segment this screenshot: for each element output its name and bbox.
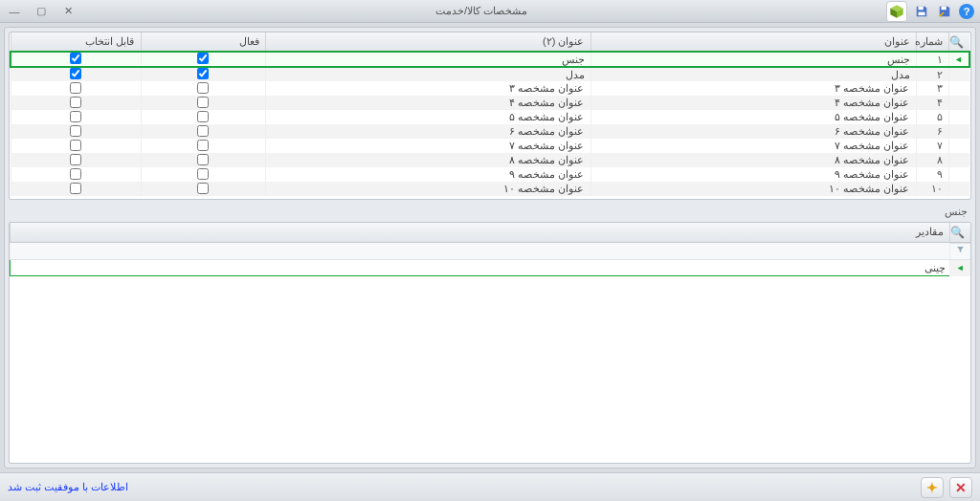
- active-checkbox[interactable]: [197, 125, 209, 137]
- selectable-checkbox[interactable]: [70, 140, 81, 151]
- col-selectable[interactable]: قابل انتخاب: [11, 33, 141, 52]
- table-row[interactable]: ۶عنوان مشخصه ۶عنوان مشخصه ۶: [11, 124, 969, 139]
- search-column-icon[interactable]: 🔍: [948, 33, 969, 52]
- value-cell-selected[interactable]: چینی: [11, 260, 950, 276]
- cell-title1: عنوان مشخصه ۳: [590, 81, 916, 96]
- active-checkbox[interactable]: [197, 68, 209, 79]
- save-icon[interactable]: [913, 3, 930, 20]
- cell-selectable: [11, 52, 141, 67]
- row-handle-icon[interactable]: [948, 139, 969, 153]
- cell-title2: عنوان مشخصه ۱۰: [265, 182, 590, 196]
- values-row[interactable]: ◄ چینی: [11, 260, 971, 276]
- active-checkbox[interactable]: [197, 111, 209, 122]
- selectable-checkbox[interactable]: [70, 82, 81, 94]
- cell-active: [141, 96, 265, 110]
- selectable-checkbox[interactable]: [70, 68, 81, 79]
- cell-title1: عنوان مشخصه ۵: [590, 110, 916, 124]
- table-row[interactable]: ۵عنوان مشخصه ۵عنوان مشخصه ۵: [11, 110, 969, 124]
- help-icon[interactable]: ?: [959, 4, 974, 19]
- cell-title2: مدل: [265, 67, 590, 81]
- row-handle-icon[interactable]: ◄: [948, 52, 969, 67]
- active-checkbox[interactable]: [197, 53, 209, 64]
- table-row[interactable]: ۱۰عنوان مشخصه ۱۰عنوان مشخصه ۱۰: [11, 182, 969, 196]
- filter-icon[interactable]: [949, 243, 970, 260]
- cell-title2: عنوان مشخصه ۹: [265, 167, 590, 182]
- table-row[interactable]: ۴عنوان مشخصه ۴عنوان مشخصه ۴: [11, 96, 969, 110]
- app-logo-icon: [886, 1, 907, 22]
- titlebar: ? مشخصات کالا/خدمت — ▢ ✕: [0, 0, 980, 23]
- delete-button[interactable]: ✕: [949, 477, 972, 498]
- selectable-checkbox[interactable]: [70, 125, 81, 137]
- cell-active: [141, 124, 265, 139]
- cell-title2: جنس: [265, 52, 590, 67]
- values-search-icon[interactable]: 🔍: [949, 223, 970, 242]
- table-row[interactable]: ۸عنوان مشخصه ۸عنوان مشخصه ۸: [11, 153, 969, 167]
- cell-title1: عنوان مشخصه ۶: [590, 124, 916, 139]
- cell-title2: عنوان مشخصه ۴: [265, 96, 590, 110]
- maximize-icon[interactable]: ▢: [33, 3, 50, 20]
- cell-number: ۴: [916, 96, 948, 110]
- table-row[interactable]: ۲مدلمدل: [11, 67, 969, 81]
- row-handle-icon[interactable]: [948, 153, 969, 167]
- add-button[interactable]: ✦: [921, 477, 944, 498]
- footer-bar: ✦ ✕ اطلاعات با موفقیت ثبت شد: [0, 472, 980, 501]
- row-handle-icon[interactable]: [948, 110, 969, 124]
- cell-active: [141, 81, 265, 96]
- active-checkbox[interactable]: [197, 154, 209, 165]
- minimize-icon[interactable]: —: [6, 3, 23, 20]
- cell-active: [141, 182, 265, 196]
- col-values[interactable]: مقادیر: [11, 223, 950, 242]
- active-checkbox[interactable]: [197, 140, 209, 151]
- row-handle-icon[interactable]: [948, 167, 969, 182]
- app-window: ? مشخصات کالا/خدمت — ▢ ✕ 🔍 شماره عنوان: [0, 0, 980, 501]
- cell-title2: عنوان مشخصه ۳: [265, 81, 590, 96]
- cell-selectable: [11, 67, 141, 81]
- save-exit-icon[interactable]: [936, 3, 953, 20]
- cell-title1: عنوان مشخصه ۴: [590, 96, 916, 110]
- cell-active: [141, 67, 265, 81]
- selectable-checkbox[interactable]: [70, 97, 81, 108]
- col-number[interactable]: شماره: [916, 33, 948, 52]
- cell-title2: عنوان مشخصه ۸: [265, 153, 590, 167]
- table-row[interactable]: ◄۱جنسجنس: [11, 52, 969, 67]
- active-checkbox[interactable]: [197, 97, 209, 108]
- col-title2[interactable]: عنوان (۲): [265, 33, 590, 52]
- cell-number: ۳: [916, 81, 948, 96]
- cell-number: ۶: [916, 124, 948, 139]
- row-handle-icon[interactable]: [948, 67, 969, 81]
- col-active[interactable]: فعال: [141, 33, 265, 52]
- selectable-checkbox[interactable]: [70, 111, 81, 122]
- cell-number: ۸: [916, 153, 948, 167]
- selectable-checkbox[interactable]: [70, 154, 81, 165]
- col-title1[interactable]: عنوان: [590, 33, 916, 52]
- table-row[interactable]: ۳عنوان مشخصه ۳عنوان مشخصه ۳: [11, 81, 969, 96]
- cell-title1: عنوان مشخصه ۸: [590, 153, 916, 167]
- selectable-checkbox[interactable]: [70, 183, 81, 194]
- cell-number: ۱: [916, 52, 948, 67]
- cell-selectable: [11, 139, 141, 153]
- selected-property-label: جنس: [12, 206, 968, 218]
- filter-cell[interactable]: [11, 242, 950, 260]
- selectable-checkbox[interactable]: [70, 168, 81, 180]
- cell-active: [141, 153, 265, 167]
- cell-selectable: [11, 124, 141, 139]
- cell-active: [141, 52, 265, 67]
- active-checkbox[interactable]: [197, 82, 209, 94]
- row-handle-icon[interactable]: [948, 81, 969, 96]
- active-checkbox[interactable]: [197, 183, 209, 194]
- values-header-row: 🔍 مقادیر: [11, 223, 971, 242]
- row-handle-icon[interactable]: [948, 182, 969, 196]
- values-grid: 🔍 مقادیر ◄ چینی: [9, 222, 971, 464]
- row-handle-icon[interactable]: [948, 96, 969, 110]
- status-text: اطلاعات با موفقیت ثبت شد: [8, 481, 128, 493]
- table-row[interactable]: ۹عنوان مشخصه ۹عنوان مشخصه ۹: [11, 167, 969, 182]
- svg-rect-3: [919, 6, 924, 10]
- selectable-checkbox[interactable]: [70, 53, 81, 64]
- close-icon[interactable]: ✕: [59, 3, 77, 20]
- row-handle-icon[interactable]: [948, 124, 969, 139]
- cell-number: ۷: [916, 139, 948, 153]
- cell-selectable: [11, 110, 141, 124]
- table-row[interactable]: ۷عنوان مشخصه ۷عنوان مشخصه ۷: [11, 139, 969, 153]
- active-checkbox[interactable]: [197, 168, 209, 180]
- row-handle-icon[interactable]: ◄: [949, 260, 970, 276]
